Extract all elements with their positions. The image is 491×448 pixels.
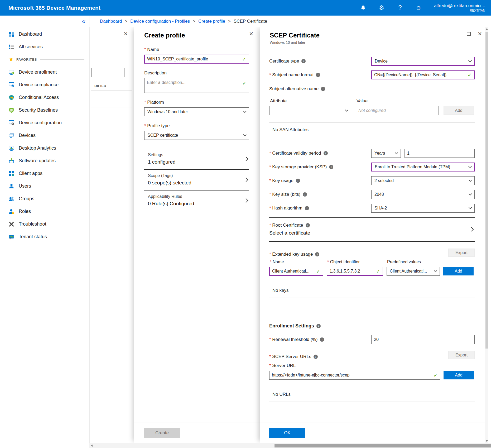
hash-algorithm-select[interactable]: SHA-2	[371, 204, 475, 213]
validity-unit-select[interactable]: Years	[371, 149, 401, 158]
notifications-bell-icon[interactable]	[359, 4, 367, 12]
info-icon[interactable]	[305, 206, 309, 210]
chevron-down-icon	[469, 206, 472, 209]
name-input[interactable]	[147, 57, 240, 61]
renewal-threshold-input[interactable]	[374, 337, 472, 342]
sidebar-item-label: Roles	[19, 209, 31, 214]
scroll-up-arrow-icon[interactable]	[486, 28, 488, 30]
renewal-threshold-label: Renewal threshold (%)	[269, 337, 317, 342]
sidebar-item-groups[interactable]: Groups	[0, 192, 89, 205]
eku-predefined-select[interactable]: Client Authenticati...	[387, 267, 440, 276]
settings-navrow[interactable]: Settings 1 configured	[144, 149, 249, 170]
chevron-down-icon	[395, 151, 398, 154]
maximize-icon[interactable]	[467, 32, 471, 36]
san-attribute-select[interactable]	[269, 106, 351, 115]
root-certificate-value: Select a certificate	[269, 230, 310, 236]
key-usage-value: 2 selected	[374, 178, 394, 183]
info-icon[interactable]	[301, 59, 306, 63]
platform-label: Platform	[144, 100, 249, 105]
applicability-rules-value: 0 Rule(s) Configured	[148, 201, 194, 207]
settings-gear-icon[interactable]: ⚙	[378, 4, 386, 12]
san-section-label: Subject alternative name	[269, 86, 319, 92]
help-icon[interactable]: ?	[396, 4, 404, 12]
root-certificate-navrow[interactable]: Root Certificate Select a certificate	[269, 218, 475, 241]
create-button[interactable]: Create	[144, 428, 180, 438]
horizontal-scrollbar[interactable]	[89, 443, 491, 448]
key-usage-select[interactable]: 2 selected	[371, 176, 475, 185]
vertical-scrollbar[interactable]	[485, 27, 488, 443]
ksp-select[interactable]: Enroll to Trusted Platform Module (TPM) …	[371, 163, 475, 171]
info-icon[interactable]	[314, 355, 318, 359]
sidebar-item-software-updates[interactable]: Software updates	[0, 154, 89, 167]
info-icon[interactable]	[303, 192, 307, 197]
eku-name-input[interactable]	[272, 269, 315, 274]
close-icon[interactable]	[478, 31, 482, 36]
validity-value-input[interactable]	[407, 151, 472, 156]
breadcrumb-dashboard[interactable]: Dashboard	[100, 19, 122, 24]
sidebar-item-device-compliance[interactable]: Device compliance	[0, 78, 89, 91]
breadcrumb-separator: >	[193, 19, 195, 24]
name-label: Name	[144, 47, 249, 52]
scope-tags-navrow[interactable]: Scope (Tags) 0 scope(s) selected	[144, 170, 249, 190]
feedback-smiley-icon[interactable]: ☺	[415, 4, 422, 12]
description-input[interactable]	[147, 80, 241, 85]
applicability-rules-navrow[interactable]: Applicability Rules 0 Rule(s) Configured	[144, 190, 249, 211]
server-url-input[interactable]	[272, 373, 432, 378]
urls-export-button[interactable]: Export	[448, 351, 475, 359]
sidebar-item-tenant-status[interactable]: Tenant status	[0, 230, 89, 243]
info-icon[interactable]	[320, 337, 324, 342]
san-add-button[interactable]: Add	[444, 106, 474, 115]
info-icon[interactable]	[324, 151, 328, 155]
breadcrumb-create-profile[interactable]: Create profile	[198, 19, 225, 24]
sidebar-item-desktop-analytics[interactable]: Desktop Analytics	[0, 142, 89, 154]
info-icon[interactable]	[306, 223, 310, 227]
close-icon[interactable]	[249, 31, 253, 36]
sidebar-collapse-icon[interactable]: «	[82, 18, 85, 25]
platform-select[interactable]: Windows 10 and later	[144, 107, 249, 116]
scroll-down-arrow-icon[interactable]	[486, 440, 488, 442]
settings-label: Settings	[148, 152, 176, 157]
app-title[interactable]: Microsoft 365 Device Management	[8, 5, 100, 11]
horizontal-scrollbar-thumb[interactable]	[275, 444, 491, 447]
info-icon[interactable]	[329, 165, 333, 169]
info-icon[interactable]	[316, 324, 321, 328]
breadcrumb-separator: >	[125, 19, 127, 24]
sidebar-item-devices[interactable]: Devices	[0, 129, 89, 142]
sidebar-item-client-apps[interactable]: Client apps	[0, 167, 89, 180]
sidebar-item-dashboard[interactable]: Dashboard	[0, 28, 89, 40]
profiles-search-input[interactable]	[94, 70, 122, 75]
certificate-type-select[interactable]: Device	[371, 57, 475, 66]
extended-key-usage-label: Extended key usage	[269, 252, 313, 257]
scroll-left-arrow-icon[interactable]	[91, 445, 93, 447]
sidebar-item-security-baselines[interactable]: Security Baselines	[0, 104, 89, 116]
eku-export-button[interactable]: Export	[448, 249, 475, 257]
vertical-scrollbar-thumb[interactable]	[485, 32, 488, 349]
sidebar-item-device-configuration[interactable]: Device configuration	[0, 116, 89, 129]
sidebar-item-device-enrollment[interactable]: Device enrollment	[0, 66, 89, 78]
profile-type-select[interactable]: SCEP certificate	[144, 131, 249, 140]
sidebar-item-users[interactable]: Users	[0, 180, 89, 192]
all-services-icon	[9, 44, 14, 50]
account-menu[interactable]: alfredo@rextitan.onmicr... REXTITAN	[434, 3, 485, 13]
sidebar-item-all-services[interactable]: All services	[0, 40, 89, 53]
sidebar-item-conditional-access[interactable]: Conditional Access	[0, 91, 89, 104]
subject-name-format-input[interactable]	[374, 73, 466, 77]
sidebar-item-label: Users	[19, 183, 31, 189]
ok-button[interactable]: OK	[269, 428, 305, 438]
certificate-type-label-wrap: Certificate type	[269, 59, 371, 64]
info-icon[interactable]	[316, 73, 320, 77]
server-url-add-button[interactable]: Add	[444, 371, 474, 379]
sidebar-item-roles[interactable]: Roles	[0, 205, 89, 218]
info-icon[interactable]	[315, 252, 319, 256]
san-value-input[interactable]	[358, 108, 436, 113]
sidebar-item-troubleshoot[interactable]: Troubleshoot	[0, 218, 89, 230]
client-apps-icon	[9, 171, 14, 176]
sidebar: « Dashboard All services FAVORITES Devic…	[0, 16, 89, 448]
info-icon[interactable]	[296, 179, 300, 183]
key-size-select[interactable]: 2048	[371, 190, 475, 199]
eku-oid-input[interactable]	[330, 269, 374, 274]
info-icon[interactable]	[321, 87, 325, 91]
sidebar-item-label: Security Baselines	[19, 107, 58, 113]
breadcrumb-profiles[interactable]: Device configuration - Profiles	[130, 19, 190, 24]
eku-add-button[interactable]: Add	[443, 267, 474, 275]
